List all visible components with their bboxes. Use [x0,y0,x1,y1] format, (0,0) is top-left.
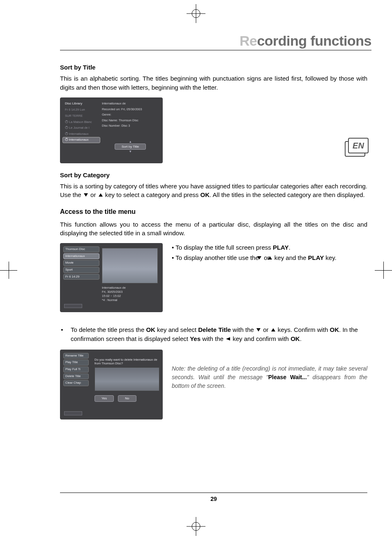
shot2-caption: Internationaux de Fri, 30/05/2003 15:02 … [102,286,126,303]
shot3-dialog-preview [95,367,159,391]
svg-marker-19 [257,256,261,260]
shot1-info-discname: Disc Name: Thomson Disc [102,118,159,123]
arrow-up-icon [98,191,104,199]
shot3-menu-item: Play Full Ti [63,366,89,373]
shot3-menu-item: Clear Chap [63,380,89,386]
screenshot-delete-confirm: Rename Title Play Title Play Full Ti Del… [60,350,163,419]
arrow-up-icon [271,254,273,262]
svg-marker-21 [256,328,261,331]
shot3-yes-button: Yes [95,395,114,401]
access-title-menu-heading: Access to the title menu [60,207,367,217]
header-title-part1: Re [240,33,257,49]
svg-rect-14 [66,132,67,133]
svg-text:EN: EN [353,141,364,150]
shot1-sort-button: Sort by Title [115,144,146,150]
title-menu-bullets: To display the title full screen press P… [172,243,367,264]
shot1-info-title: Internationaux de [102,102,159,106]
shot2-item-selected: Internationaux [63,253,99,260]
chevron-down-icon: ▾ [102,150,159,153]
shot1-item: Le Journal de l [62,125,100,131]
svg-marker-22 [271,328,275,331]
screenshot-disc-library: Disc Library Fr 6 14:29 Lun SUR TERRE La… [60,97,163,163]
shot1-item: Fr 6 14:29 Lun [62,107,100,113]
shot3-bottom-bar [64,411,82,415]
shot3-dialog-text: Do you really want to delete Internation… [95,358,158,366]
shot2-item: Movie [63,260,99,266]
shot2-preview [102,248,158,283]
delete-note: Note: the deleting of a title (recording… [172,364,367,390]
shot3-menu-item: Play Title [63,359,89,366]
sort-by-category-heading: Sort by Category [60,171,367,179]
shot3-menu-item: Rename Title [63,353,89,359]
svg-rect-10 [66,120,67,121]
shot3-menu-item: Delete Title [63,373,89,380]
svg-marker-23 [226,337,230,341]
shot1-item: SUR TERRE [62,113,100,119]
page-header: Recording functions [60,33,371,51]
shot1-info-genre: Genre: [102,113,159,117]
shot2-item: Sport [63,267,99,273]
screenshot-title-menu: Thomson Disc Internationaux Movie Sport … [60,243,163,312]
svg-marker-20 [268,256,272,260]
page-number: 29 [210,496,217,502]
shot2-item: Thomson Disc [63,246,99,253]
arrow-down-icon [83,191,89,199]
sort-by-title-heading: Sort by Title [60,63,367,72]
shot2-item: Fr 6 14:29 [63,274,99,280]
arrow-down-icon [261,254,262,262]
chevron-up-icon: ▴ [102,140,159,144]
arrow-down-icon [256,326,261,334]
shot3-no-button: No [118,395,136,401]
language-badge: EN [343,137,371,159]
shot1-info-discnum: Disc Number: Disc 3 [102,124,159,128]
sort-by-title-para: This is an alphabetic sorting. The title… [60,74,367,92]
shot1-sidebar-header: Disc Library [62,100,100,107]
shot1-item: Internationaux [62,131,100,137]
shot2-bottom-bar [64,304,82,308]
crop-mark-right [375,262,392,279]
header-title-part2: cording functions [257,33,371,49]
shot1-item-selected: Internationaux [62,137,100,143]
delete-title-bullet: • To delete the title press the OK key a… [60,325,367,344]
access-title-menu-para: This function allows you to access the m… [60,220,367,238]
svg-rect-16 [66,138,67,139]
sort-by-category-para: This is a sorting by category of titles … [60,182,367,200]
registration-mark-top [187,4,205,23]
arrow-left-icon [225,335,231,343]
svg-marker-18 [99,193,103,197]
shot1-item: La Maison Blanc [62,119,100,125]
page-footer: 29 [60,492,367,502]
registration-mark-bottom [187,517,205,536]
arrow-up-icon [270,326,276,334]
svg-rect-12 [66,126,67,127]
shot1-info-recorded: Recorded on: Fri, 05/30/2003 [102,107,159,112]
crop-mark-left [0,262,17,279]
svg-marker-17 [84,193,88,197]
